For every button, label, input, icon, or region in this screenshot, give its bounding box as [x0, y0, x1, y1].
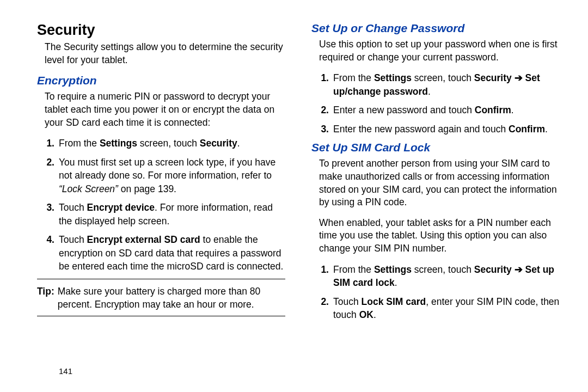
step-item: 1. From the Settings screen, touch Secur… [319, 71, 560, 98]
step-text: From the Settings screen, touch Security… [333, 71, 560, 98]
tip-block: Tip: Make sure your battery is charged m… [37, 285, 285, 311]
step-text: Enter a new password and touch Confirm. [333, 103, 560, 117]
sim-lock-desc2: When enabled, your tablet asks for a PIN… [319, 217, 560, 255]
change-password-steps: 1. From the Settings screen, touch Secur… [319, 71, 560, 136]
manual-page: Security The Security settings allow you… [0, 0, 588, 392]
step-number: 2. [45, 156, 54, 196]
step-item: 1. From the Settings screen, touch Secur… [45, 137, 285, 150]
step-item: 4. Touch Encrypt external SD card to ena… [45, 233, 285, 273]
heading-sim-lock: Set Up SIM Card Lock [311, 141, 560, 154]
step-text: Enter the new password again and touch C… [333, 122, 560, 136]
step-number: 3. [319, 122, 329, 136]
divider-rule [37, 316, 285, 316]
tip-label: Tip: [37, 285, 54, 311]
step-number: 3. [45, 201, 54, 228]
page-number: 141 [59, 366, 72, 376]
step-number: 1. [319, 263, 329, 290]
step-text: You must first set up a screen lock type… [59, 156, 285, 196]
security-intro: The Security settings allow you to deter… [45, 41, 285, 66]
encryption-desc: To require a numeric PIN or password to … [45, 90, 285, 129]
step-item: 3. Enter the new password again and touc… [319, 122, 560, 136]
step-item: 1. From the Settings screen, touch Secur… [319, 263, 560, 290]
left-column: Security The Security settings allow you… [37, 22, 285, 381]
step-number: 1. [319, 71, 329, 98]
step-item: 3. Touch Encrypt device. For more inform… [45, 201, 285, 228]
heading-change-password: Set Up or Change Password [311, 22, 560, 35]
encryption-steps: 1. From the Settings screen, touch Secur… [45, 137, 285, 273]
heading-security: Security [37, 22, 285, 39]
heading-encryption: Encryption [37, 74, 285, 87]
step-text: Touch Encrypt device. For more informati… [59, 201, 285, 228]
sim-lock-desc1: To prevent another person from using you… [319, 157, 560, 209]
step-number: 1. [45, 137, 54, 150]
step-text: Touch Lock SIM card, enter your SIM PIN … [333, 295, 560, 322]
change-password-desc: Use this option to set up your password … [319, 38, 560, 64]
step-text: Touch Encrypt external SD card to enable… [59, 233, 285, 273]
step-text: From the Settings screen, touch Security… [333, 263, 560, 290]
tip-text: Make sure your battery is charged more t… [58, 285, 285, 311]
step-number: 2. [319, 295, 329, 322]
right-column: Set Up or Change Password Use this optio… [311, 22, 560, 381]
step-text: From the Settings screen, touch Security… [59, 137, 285, 150]
step-item: 2. Touch Lock SIM card, enter your SIM P… [319, 295, 560, 322]
divider-rule [37, 279, 285, 279]
step-item: 2. Enter a new password and touch Confir… [319, 103, 560, 117]
step-number: 4. [45, 233, 54, 273]
sim-lock-steps: 1. From the Settings screen, touch Secur… [319, 263, 560, 322]
step-item: 2. You must first set up a screen lock t… [45, 156, 285, 196]
step-number: 2. [319, 103, 329, 117]
